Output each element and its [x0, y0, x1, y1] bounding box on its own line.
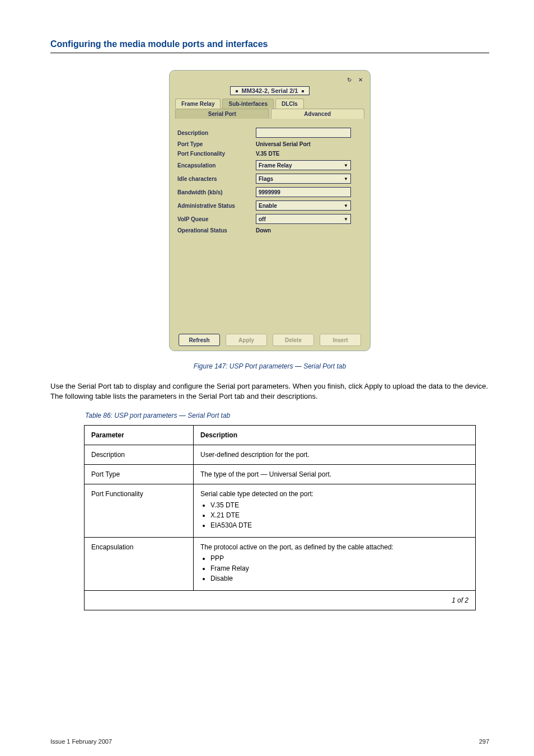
- cell-param: Port Type: [85, 465, 194, 484]
- label-description: Description: [177, 130, 256, 136]
- list-item: Disable: [210, 575, 469, 582]
- delete-button[interactable]: Delete: [273, 334, 314, 346]
- list-item: X.21 DTE: [210, 511, 469, 519]
- tabs-row-1: Frame Relay Sub-interfaces DLCIs: [175, 99, 364, 109]
- list-item: V.35 DTE: [210, 501, 469, 509]
- cell-desc: The protocol active on the port, as defi…: [194, 538, 476, 591]
- tab-sub-interfaces[interactable]: Sub-interfaces: [222, 99, 273, 109]
- parameters-table: Parameter Description Description User-d…: [84, 425, 476, 610]
- titlebar: ↻ ✕: [175, 75, 364, 84]
- section-title: Configuring the media module ports and i…: [50, 39, 489, 49]
- breadcrumb-label: MM342-2, Serial 2/1: [242, 87, 298, 94]
- idle-characters-select[interactable]: Flags ▼: [256, 174, 351, 184]
- close-icon[interactable]: ✕: [357, 76, 364, 83]
- label-admin-status: Administrative Status: [177, 203, 256, 209]
- tabs-row-2: Serial Port Advanced: [175, 109, 364, 119]
- cell-desc-text: Serial cable type detected on the port:: [200, 490, 313, 498]
- table-page-indicator: 1 of 2: [85, 591, 476, 610]
- list-item: PPP: [210, 554, 469, 562]
- label-port-type: Port Type: [177, 141, 256, 147]
- voip-queue-value: off: [259, 216, 266, 222]
- list-item: Frame Relay: [210, 564, 469, 572]
- label-encapsulation: Encapsulation: [177, 162, 256, 169]
- label-idle-characters: Idle characters: [177, 176, 256, 182]
- label-port-functionality: Port Functionality: [177, 151, 256, 157]
- encapsulation-select[interactable]: Frame Relay ▼: [256, 160, 351, 170]
- encapsulation-value: Frame Relay: [259, 162, 292, 169]
- tab-dlcis[interactable]: DLCIs: [275, 99, 304, 109]
- voip-queue-select[interactable]: off ▼: [256, 214, 351, 224]
- figure-caption: Figure 147: USP Port parameters — Serial…: [50, 362, 489, 370]
- value-op-status: Down: [256, 227, 362, 234]
- tab-serial-port[interactable]: Serial Port: [175, 109, 269, 119]
- insert-button[interactable]: Insert: [320, 334, 361, 346]
- table-footer-row: 1 of 2: [85, 591, 476, 610]
- footer-left: Issue 1 February 2007: [50, 738, 112, 745]
- label-op-status: Operational Status: [177, 227, 256, 234]
- list-item: EIA530A DTE: [210, 521, 469, 529]
- table-row: Description User-defined description for…: [85, 445, 476, 465]
- divider: [50, 53, 489, 53]
- dialog-window: ↻ ✕ MM342-2, Serial 2/1 Frame Relay Sub-…: [169, 70, 371, 351]
- idle-characters-value: Flags: [259, 176, 273, 182]
- label-bandwidth: Bandwidth (kb/s): [177, 189, 256, 195]
- col-header-description: Description: [194, 426, 476, 445]
- cell-desc: Serial cable type detected on the port: …: [194, 484, 476, 538]
- breadcrumb-dot: [236, 90, 238, 92]
- dialog-buttons: Refresh Apply Delete Insert: [175, 334, 364, 346]
- figure-screenshot: ↻ ✕ MM342-2, Serial 2/1 Frame Relay Sub-…: [169, 70, 371, 351]
- cell-desc: User-defined description for the port.: [194, 445, 476, 465]
- breadcrumb: MM342-2, Serial 2/1: [175, 86, 364, 95]
- bullet-list: PPP Frame Relay Disable: [210, 554, 469, 582]
- body-paragraph: Use the Serial Port tab to display and c…: [50, 381, 489, 402]
- chevron-down-icon: ▼: [344, 176, 348, 181]
- breadcrumb-dot: [302, 90, 304, 92]
- table-row: Encapsulation The protocol active on the…: [85, 538, 476, 591]
- cell-desc: The type of the port — Universal Serial …: [194, 465, 476, 484]
- chevron-down-icon: ▼: [344, 217, 348, 222]
- cell-param: Encapsulation: [85, 538, 194, 591]
- value-port-type: Universal Serial Port: [256, 141, 362, 147]
- form-body: Description Port Type Universal Serial P…: [175, 119, 364, 332]
- table-row: Port Type The type of the port — Univers…: [85, 465, 476, 484]
- chevron-down-icon: ▼: [344, 203, 348, 208]
- bullet-list: V.35 DTE X.21 DTE EIA530A DTE: [210, 501, 469, 529]
- page-footer: Issue 1 February 2007 297: [50, 738, 489, 745]
- breadcrumb-content[interactable]: MM342-2, Serial 2/1: [230, 86, 309, 95]
- table-row: Port Functionality Serial cable type det…: [85, 484, 476, 538]
- refresh-icon[interactable]: ↻: [345, 76, 353, 83]
- admin-status-value: Enable: [259, 203, 277, 209]
- tab-frame-relay[interactable]: Frame Relay: [175, 99, 221, 109]
- cell-param: Port Functionality: [85, 484, 194, 538]
- table-header-row: Parameter Description: [85, 426, 476, 445]
- refresh-button[interactable]: Refresh: [179, 334, 220, 346]
- bandwidth-value: 9999999: [259, 189, 280, 195]
- bandwidth-input[interactable]: 9999999: [256, 187, 351, 197]
- footer-right: 297: [479, 738, 489, 745]
- cell-desc-text: The protocol active on the port, as defi…: [200, 543, 394, 551]
- value-port-functionality: V.35 DTE: [256, 151, 362, 157]
- description-input[interactable]: [256, 128, 351, 138]
- col-header-parameter: Parameter: [85, 426, 194, 445]
- label-voip-queue: VoIP Queue: [177, 216, 256, 222]
- admin-status-select[interactable]: Enable ▼: [256, 200, 351, 211]
- cell-param: Description: [85, 445, 194, 465]
- apply-button[interactable]: Apply: [226, 334, 267, 346]
- tab-advanced[interactable]: Advanced: [271, 109, 365, 119]
- chevron-down-icon: ▼: [344, 163, 348, 168]
- table-caption: Table 86: USP port parameters — Serial P…: [85, 412, 489, 419]
